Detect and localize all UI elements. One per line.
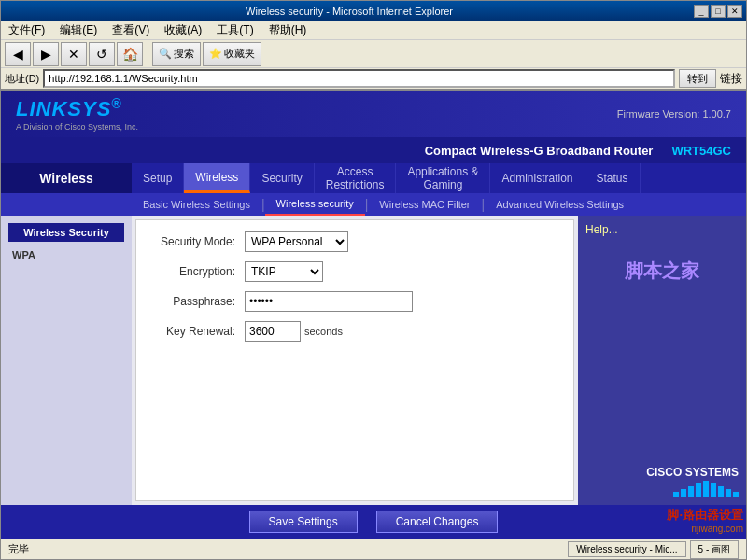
nav-items: Setup Wireless Security AccessRestrictio… [132, 163, 746, 193]
close-button[interactable]: ✕ [727, 5, 742, 18]
product-model: WRT54GC [671, 144, 731, 158]
passphrase-row: Passphrase: [151, 291, 558, 312]
save-settings-button[interactable]: Save Settings [249, 511, 358, 533]
title-text: Wireless security - Microsoft Internet E… [5, 6, 694, 17]
go-button[interactable]: 转到 [679, 69, 716, 88]
watermark-cn-text: 脚·路由器设置 [667, 507, 743, 524]
nav-security[interactable]: Security [250, 163, 314, 193]
menu-tools[interactable]: 工具(T) [213, 22, 257, 38]
right-help-panel: Help... 脚本之家 CISCO SYSTEMS [578, 216, 746, 505]
key-renewal-label: Key Renewal: [151, 325, 245, 338]
left-panel: Wireless Security WPA [1, 216, 132, 505]
security-mode-select[interactable]: WPA Personal WPA2 Personal WPA Enterpris… [245, 231, 348, 252]
search-icon: 🔍 [159, 48, 172, 60]
encryption-label: Encryption: [151, 265, 245, 278]
menu-edit[interactable]: 编辑(E) [56, 22, 101, 38]
cisco-bar-6 [711, 483, 716, 497]
links-label: 链接 [720, 71, 742, 87]
nav-wireless[interactable]: Wireless [184, 163, 250, 193]
security-mode-row: Security Mode: WPA Personal WPA2 Persona… [151, 231, 558, 252]
cisco-bar-7 [718, 486, 724, 497]
nav-access-restrictions[interactable]: AccessRestrictions [315, 163, 397, 193]
firmware-version: Firmware Version: 1.00.7 [617, 108, 731, 119]
sub-basic-wireless[interactable]: Basic Wireless Settings [132, 193, 261, 216]
cisco-bar-4 [696, 483, 701, 497]
toolbar: ◀ ▶ ✕ ↺ 🏠 🔍 搜索 ⭐ 收藏夹 [1, 40, 746, 68]
taskbar-item-paint[interactable]: 5 - 画图 [690, 540, 739, 559]
menu-view[interactable]: 查看(V) [108, 22, 153, 38]
cisco-bar-1 [673, 492, 679, 497]
watermark-en-text: rijiwang.com [667, 524, 743, 534]
chinese-watermark: 脚本之家 [585, 259, 739, 284]
cisco-bar-3 [688, 486, 694, 497]
product-name: Compact Wireless-G Broadband Router [425, 144, 654, 158]
help-label: Help... [585, 223, 739, 236]
main-form-panel: Security Mode: WPA Personal WPA2 Persona… [135, 219, 574, 501]
encryption-select[interactable]: TKIP AES TKIP+AES [245, 261, 323, 282]
search-button[interactable]: 🔍 搜索 [152, 42, 201, 66]
home-button[interactable]: 🏠 [117, 42, 143, 66]
nav-tabs: Wireless Setup Wireless Security AccessR… [1, 163, 746, 193]
forward-button[interactable]: ▶ [33, 42, 59, 66]
favorites-button[interactable]: ⭐ 收藏夹 [203, 42, 261, 66]
passphrase-control [245, 291, 413, 312]
title-bar: Wireless security - Microsoft Internet E… [1, 1, 746, 21]
taskbar: Wireless security - Mic... 5 - 画图 [568, 540, 739, 559]
status-text: 完毕 [8, 542, 29, 556]
cisco-text: CISCO SYSTEMS [585, 466, 739, 479]
sub-wireless-mac[interactable]: Wireless MAC Filter [368, 193, 481, 216]
key-renewal-control: seconds [245, 321, 343, 342]
logo-subtitle: A Division of Cisco Systems, Inc. [16, 122, 138, 132]
cisco-bar-2 [681, 489, 686, 497]
cancel-changes-button[interactable]: Cancel Changes [376, 511, 499, 533]
encryption-row: Encryption: TKIP AES TKIP+AES [151, 261, 558, 282]
address-bar: 地址(D) 转到 链接 [1, 68, 746, 91]
nav-administration[interactable]: Administration [490, 163, 585, 193]
left-panel-title: Wireless Security [8, 223, 124, 242]
back-button[interactable]: ◀ [5, 42, 31, 66]
linksys-logo: LINKSYS® A Division of Cisco Systems, In… [16, 96, 138, 131]
key-renewal-unit: seconds [304, 326, 343, 337]
watermark-corner: 脚·路由器设置 rijiwang.com [667, 507, 743, 534]
minimize-button[interactable]: _ [694, 5, 709, 18]
address-input[interactable] [43, 69, 675, 88]
content-area: Wireless Security WPA Security Mode: WPA… [1, 216, 746, 505]
menu-help[interactable]: 帮助(H) [265, 22, 311, 38]
linksys-header: LINKSYS® A Division of Cisco Systems, In… [1, 91, 746, 137]
bottom-bar: Save Settings Cancel Changes [1, 505, 746, 539]
product-bar: Compact Wireless-G Broadband Router WRT5… [1, 137, 746, 163]
logo-text: LINKSYS® [16, 96, 138, 121]
key-renewal-row: Key Renewal: seconds [151, 321, 558, 342]
address-label: 地址(D) [5, 72, 39, 86]
sub-tabs: Basic Wireless Settings | Wireless secur… [1, 193, 746, 216]
cisco-bar-5 [703, 481, 709, 497]
sub-wireless-security[interactable]: Wireless security [265, 193, 365, 216]
passphrase-label: Passphrase: [151, 295, 245, 308]
stop-button[interactable]: ✕ [61, 42, 87, 66]
cisco-bars [585, 481, 739, 497]
maximize-button[interactable]: □ [711, 5, 726, 18]
nav-setup[interactable]: Setup [132, 163, 184, 193]
taskbar-item-browser[interactable]: Wireless security - Mic... [568, 541, 685, 557]
cisco-bar-9 [733, 492, 739, 497]
cisco-bar-8 [726, 489, 731, 497]
key-renewal-input[interactable] [245, 321, 301, 342]
left-panel-label: WPA [8, 242, 124, 264]
security-mode-control: WPA Personal WPA2 Personal WPA Enterpris… [245, 231, 348, 252]
security-mode-label: Security Mode: [151, 235, 245, 248]
sub-advanced-wireless[interactable]: Advanced Wireless Settings [485, 193, 635, 216]
star-icon: ⭐ [209, 48, 222, 60]
cisco-logo: CISCO SYSTEMS [585, 466, 739, 497]
page-content: LINKSYS® A Division of Cisco Systems, In… [1, 91, 746, 539]
refresh-button[interactable]: ↺ [89, 42, 115, 66]
section-label: Wireless [1, 163, 132, 193]
menu-favorites[interactable]: 收藏(A) [161, 22, 205, 38]
encryption-control: TKIP AES TKIP+AES [245, 261, 323, 282]
nav-status[interactable]: Status [585, 163, 641, 193]
status-bar: 完毕 Wireless security - Mic... 5 - 画图 [1, 539, 746, 559]
passphrase-input[interactable] [245, 291, 413, 312]
menu-bar: 文件(F) 编辑(E) 查看(V) 收藏(A) 工具(T) 帮助(H) [1, 21, 746, 40]
nav-applications-gaming[interactable]: Applications &Gaming [396, 163, 490, 193]
menu-file[interactable]: 文件(F) [5, 22, 49, 38]
